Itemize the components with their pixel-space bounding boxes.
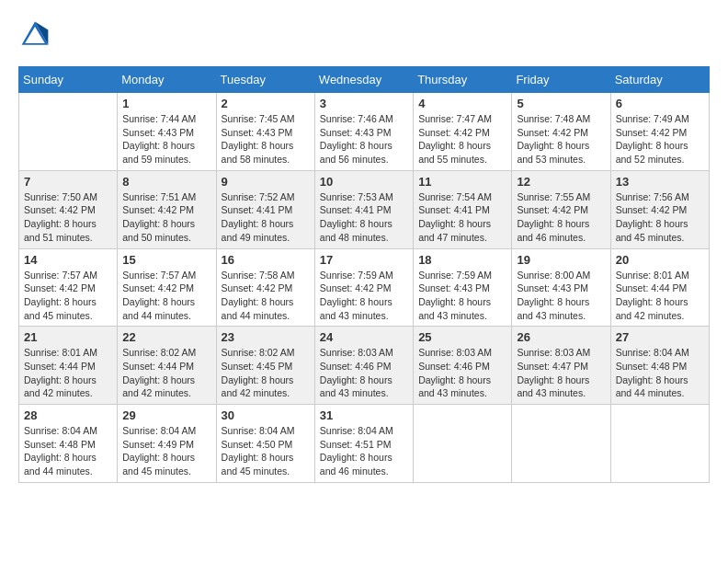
- calendar-week-row: 1 Sunrise: 7:44 AMSunset: 4:43 PMDayligh…: [19, 93, 710, 171]
- day-number: 23: [222, 330, 310, 344]
- day-number: 7: [24, 175, 112, 189]
- calendar-cell: 27 Sunrise: 8:04 AMSunset: 4:48 PMDaylig…: [610, 327, 709, 405]
- cell-info: Sunrise: 7:54 AMSunset: 4:41 PMDaylight:…: [418, 190, 506, 245]
- header-tuesday: Tuesday: [216, 67, 314, 93]
- calendar-cell: 30 Sunrise: 8:04 AMSunset: 4:50 PMDaylig…: [216, 405, 314, 483]
- calendar-cell: 3 Sunrise: 7:46 AMSunset: 4:43 PMDayligh…: [314, 93, 413, 171]
- day-number: 20: [616, 253, 704, 267]
- header-saturday: Saturday: [610, 67, 709, 93]
- day-number: 9: [222, 175, 310, 189]
- header-thursday: Thursday: [414, 67, 512, 93]
- day-number: 24: [320, 330, 408, 344]
- cell-info: Sunrise: 8:01 AMSunset: 4:44 PMDaylight:…: [24, 346, 112, 400]
- day-number: 4: [418, 97, 506, 110]
- calendar-cell: 1 Sunrise: 7:44 AMSunset: 4:43 PMDayligh…: [118, 93, 216, 171]
- cell-info: Sunrise: 8:04 AMSunset: 4:49 PMDaylight:…: [122, 424, 210, 478]
- header-friday: Friday: [512, 67, 610, 93]
- day-number: 6: [616, 97, 704, 110]
- day-number: 13: [616, 175, 704, 189]
- cell-info: Sunrise: 8:02 AMSunset: 4:45 PMDaylight:…: [222, 346, 310, 400]
- cell-info: Sunrise: 7:44 AMSunset: 4:43 PMDaylight:…: [122, 112, 210, 167]
- cell-info: Sunrise: 8:03 AMSunset: 4:47 PMDaylight:…: [517, 346, 605, 400]
- day-number: 11: [418, 175, 506, 189]
- cell-info: Sunrise: 7:45 AMSunset: 4:43 PMDaylight:…: [222, 112, 310, 167]
- calendar-cell: 28 Sunrise: 8:04 AMSunset: 4:48 PMDaylig…: [19, 405, 118, 483]
- day-number: 10: [320, 175, 408, 189]
- cell-info: Sunrise: 7:58 AMSunset: 4:42 PMDaylight:…: [222, 269, 310, 323]
- calendar-cell: 19 Sunrise: 8:00 AMSunset: 4:43 PMDaylig…: [512, 248, 610, 327]
- cell-info: Sunrise: 7:50 AMSunset: 4:42 PMDaylight:…: [24, 190, 112, 245]
- calendar-cell: 4 Sunrise: 7:47 AMSunset: 4:42 PMDayligh…: [414, 93, 512, 171]
- cell-info: Sunrise: 7:59 AMSunset: 4:42 PMDaylight:…: [320, 269, 408, 323]
- calendar-cell: [610, 405, 709, 483]
- calendar-cell: 16 Sunrise: 7:58 AMSunset: 4:42 PMDaylig…: [216, 248, 314, 327]
- day-number: 25: [418, 330, 506, 344]
- calendar-cell: 2 Sunrise: 7:45 AMSunset: 4:43 PMDayligh…: [216, 93, 314, 171]
- cell-info: Sunrise: 7:57 AMSunset: 4:42 PMDaylight:…: [24, 269, 112, 323]
- day-number: 30: [222, 408, 310, 422]
- day-number: 26: [517, 330, 605, 344]
- calendar-cell: [414, 405, 512, 483]
- calendar-cell: 14 Sunrise: 7:57 AMSunset: 4:42 PMDaylig…: [19, 248, 118, 327]
- cell-info: Sunrise: 7:46 AMSunset: 4:43 PMDaylight:…: [320, 112, 408, 167]
- calendar-cell: 26 Sunrise: 8:03 AMSunset: 4:47 PMDaylig…: [512, 327, 610, 405]
- logo-icon: [18, 18, 51, 52]
- calendar-cell: [512, 405, 610, 483]
- day-number: 29: [122, 408, 210, 422]
- day-number: 15: [122, 253, 210, 267]
- cell-info: Sunrise: 7:49 AMSunset: 4:42 PMDaylight:…: [616, 112, 704, 167]
- calendar-cell: 17 Sunrise: 7:59 AMSunset: 4:42 PMDaylig…: [314, 248, 413, 327]
- calendar-cell: 6 Sunrise: 7:49 AMSunset: 4:42 PMDayligh…: [610, 93, 709, 171]
- day-number: 21: [24, 330, 112, 344]
- cell-info: Sunrise: 8:04 AMSunset: 4:50 PMDaylight:…: [222, 424, 310, 478]
- calendar-cell: 18 Sunrise: 7:59 AMSunset: 4:43 PMDaylig…: [414, 248, 512, 327]
- calendar-cell: 12 Sunrise: 7:55 AMSunset: 4:42 PMDaylig…: [512, 170, 610, 248]
- day-number: 8: [122, 175, 210, 189]
- header-monday: Monday: [118, 67, 216, 93]
- cell-info: Sunrise: 7:53 AMSunset: 4:41 PMDaylight:…: [320, 190, 408, 245]
- day-number: 16: [222, 253, 310, 267]
- cell-info: Sunrise: 8:04 AMSunset: 4:48 PMDaylight:…: [24, 424, 112, 478]
- calendar-week-row: 21 Sunrise: 8:01 AMSunset: 4:44 PMDaylig…: [19, 327, 710, 405]
- cell-info: Sunrise: 8:03 AMSunset: 4:46 PMDaylight:…: [418, 346, 506, 400]
- calendar-week-row: 28 Sunrise: 8:04 AMSunset: 4:48 PMDaylig…: [19, 405, 710, 483]
- cell-info: Sunrise: 7:51 AMSunset: 4:42 PMDaylight:…: [122, 190, 210, 245]
- calendar-cell: 13 Sunrise: 7:56 AMSunset: 4:42 PMDaylig…: [610, 170, 709, 248]
- cell-info: Sunrise: 8:04 AMSunset: 4:51 PMDaylight:…: [320, 424, 408, 478]
- calendar-cell: [19, 93, 118, 171]
- day-number: 18: [418, 253, 506, 267]
- calendar-cell: 15 Sunrise: 7:57 AMSunset: 4:42 PMDaylig…: [118, 248, 216, 327]
- calendar-cell: 11 Sunrise: 7:54 AMSunset: 4:41 PMDaylig…: [414, 170, 512, 248]
- calendar-cell: 25 Sunrise: 8:03 AMSunset: 4:46 PMDaylig…: [414, 327, 512, 405]
- header-sunday: Sunday: [19, 67, 118, 93]
- cell-info: Sunrise: 7:57 AMSunset: 4:42 PMDaylight:…: [122, 269, 210, 323]
- header-wednesday: Wednesday: [314, 67, 413, 93]
- page-header: [18, 18, 710, 52]
- cell-info: Sunrise: 7:56 AMSunset: 4:42 PMDaylight:…: [616, 190, 704, 245]
- calendar-cell: 5 Sunrise: 7:48 AMSunset: 4:42 PMDayligh…: [512, 93, 610, 171]
- day-number: 12: [517, 175, 605, 189]
- cell-info: Sunrise: 7:55 AMSunset: 4:42 PMDaylight:…: [517, 190, 605, 245]
- calendar-week-row: 14 Sunrise: 7:57 AMSunset: 4:42 PMDaylig…: [19, 248, 710, 327]
- calendar-cell: 20 Sunrise: 8:01 AMSunset: 4:44 PMDaylig…: [610, 248, 709, 327]
- calendar-cell: 9 Sunrise: 7:52 AMSunset: 4:41 PMDayligh…: [216, 170, 314, 248]
- day-number: 17: [320, 253, 408, 267]
- day-number: 2: [222, 97, 310, 110]
- day-number: 31: [320, 408, 408, 422]
- cell-info: Sunrise: 8:02 AMSunset: 4:44 PMDaylight:…: [122, 346, 210, 400]
- calendar-cell: 23 Sunrise: 8:02 AMSunset: 4:45 PMDaylig…: [216, 327, 314, 405]
- calendar-cell: 22 Sunrise: 8:02 AMSunset: 4:44 PMDaylig…: [118, 327, 216, 405]
- day-number: 19: [517, 253, 605, 267]
- day-number: 3: [320, 97, 408, 110]
- calendar-cell: 31 Sunrise: 8:04 AMSunset: 4:51 PMDaylig…: [314, 405, 413, 483]
- day-number: 1: [122, 97, 210, 110]
- calendar-cell: 10 Sunrise: 7:53 AMSunset: 4:41 PMDaylig…: [314, 170, 413, 248]
- calendar-cell: 21 Sunrise: 8:01 AMSunset: 4:44 PMDaylig…: [19, 327, 118, 405]
- cell-info: Sunrise: 7:59 AMSunset: 4:43 PMDaylight:…: [418, 269, 506, 323]
- day-number: 28: [24, 408, 112, 422]
- cell-info: Sunrise: 7:48 AMSunset: 4:42 PMDaylight:…: [517, 112, 605, 167]
- logo: [18, 18, 55, 52]
- day-number: 22: [122, 330, 210, 344]
- calendar-week-row: 7 Sunrise: 7:50 AMSunset: 4:42 PMDayligh…: [19, 170, 710, 248]
- day-number: 27: [616, 330, 704, 344]
